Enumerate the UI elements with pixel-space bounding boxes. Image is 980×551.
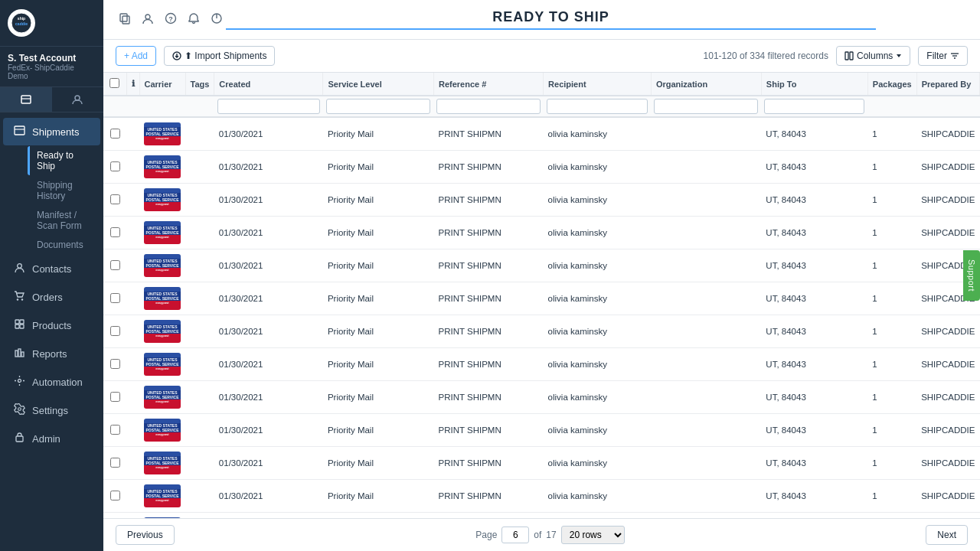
- page-title: READY TO SHIP: [226, 9, 876, 31]
- col-ship-to[interactable]: Ship To: [761, 73, 867, 96]
- bell-icon[interactable]: [185, 9, 203, 31]
- row-select-checkbox[interactable]: [110, 227, 120, 237]
- filter-button[interactable]: Filter: [918, 46, 968, 66]
- row-checkbox: [103, 414, 126, 447]
- previous-button[interactable]: Previous: [116, 525, 175, 545]
- total-pages: 17: [546, 530, 556, 540]
- row-select-checkbox[interactable]: [110, 161, 120, 171]
- sidebar-item-products[interactable]: Products: [3, 311, 100, 339]
- col-tags[interactable]: Tags: [185, 73, 214, 96]
- row-packages: 1: [867, 381, 916, 414]
- col-created[interactable]: Created: [214, 73, 323, 96]
- col-checkbox: [103, 73, 126, 96]
- row-prepared-by: SHIPCADDIE: [916, 151, 979, 184]
- row-select-checkbox[interactable]: [110, 293, 120, 303]
- sidebar-item-ready-to-ship[interactable]: Ready to Ship: [28, 146, 100, 175]
- row-reference: PRINT SHIPMN: [433, 249, 543, 282]
- sidebar-item-documents[interactable]: Documents: [28, 236, 100, 254]
- row-checkbox: [103, 249, 126, 282]
- power-icon[interactable]: [207, 9, 226, 31]
- col-reference[interactable]: Reference #: [433, 73, 543, 96]
- table-row: UNITED STATES POSTAL SERVICE easypost 01…: [103, 414, 980, 447]
- row-ship-to: UT, 84043: [761, 414, 867, 447]
- row-packages: 1: [867, 414, 916, 447]
- row-select-checkbox[interactable]: [110, 392, 120, 402]
- filter-service[interactable]: [326, 99, 431, 114]
- chevron-down-icon: [896, 53, 902, 59]
- filter-ship-to[interactable]: [764, 99, 864, 114]
- sidebar-item-reports[interactable]: Reports: [3, 340, 100, 367]
- support-tab[interactable]: Support: [963, 250, 980, 301]
- svg-rect-20: [16, 436, 23, 442]
- sidebar-item-orders[interactable]: Orders: [3, 283, 100, 311]
- row-select-checkbox[interactable]: [110, 359, 120, 369]
- filter-recipient[interactable]: [547, 99, 648, 114]
- row-ship-to: UT, 84043: [761, 184, 867, 217]
- row-recipient: olivia kaminsky: [544, 414, 652, 447]
- col-packages[interactable]: Packages: [867, 73, 916, 96]
- row-organization: [651, 315, 761, 348]
- filter-reference[interactable]: [436, 99, 540, 114]
- row-reference: PRINT SHIPMN: [433, 282, 543, 315]
- col-organization[interactable]: Organization: [651, 73, 761, 96]
- svg-rect-13: [15, 324, 19, 328]
- row-reference: PRINT SHIPMN: [433, 480, 543, 513]
- row-select-checkbox[interactable]: [110, 129, 120, 139]
- row-checkbox: [103, 217, 126, 249]
- row-info: [126, 315, 139, 348]
- row-service: Priority Mail: [323, 315, 434, 348]
- row-tags: [185, 381, 214, 414]
- automation-label: Automation: [32, 377, 83, 388]
- col-carrier[interactable]: Carrier: [139, 73, 185, 96]
- sidebar-item-manifest[interactable]: Manifest / Scan Form: [28, 206, 100, 235]
- row-ship-to: UT, 84043: [761, 249, 867, 282]
- row-service: Priority Mail: [323, 151, 434, 184]
- sidebar-tab-shipments[interactable]: [0, 87, 52, 112]
- select-all-checkbox[interactable]: [109, 78, 119, 88]
- row-recipient: olivia kaminsky: [544, 480, 652, 513]
- sidebar-tab-user[interactable]: [52, 87, 104, 112]
- row-select-checkbox[interactable]: [110, 458, 120, 468]
- next-button[interactable]: Next: [926, 525, 968, 545]
- row-select-checkbox[interactable]: [110, 260, 120, 270]
- sidebar-item-shipments[interactable]: Shipments: [3, 118, 100, 145]
- import-shipments-button[interactable]: ⬆ Import Shipments: [164, 46, 275, 66]
- sidebar-item-shipping-history[interactable]: Shipping History: [28, 176, 100, 205]
- col-prepared-by[interactable]: Prepared By: [916, 73, 979, 96]
- user-header-icon[interactable]: [139, 9, 157, 31]
- row-select-checkbox[interactable]: [110, 425, 120, 435]
- table-filter-row: [103, 96, 980, 117]
- row-organization: [651, 414, 761, 447]
- add-button[interactable]: + Add: [116, 46, 156, 66]
- col-service[interactable]: Service Level: [323, 73, 434, 96]
- svg-rect-3: [21, 96, 31, 103]
- row-tags: [185, 282, 214, 315]
- row-carrier: UNITED STATES POSTAL SERVICE easypost: [139, 480, 185, 513]
- sidebar-item-automation[interactable]: Automation: [3, 368, 100, 396]
- import-icon: [172, 51, 181, 60]
- toolbar-left: + Add ⬆ Import Shipments: [116, 46, 275, 66]
- filter-created[interactable]: [217, 99, 320, 114]
- row-packages: 1: [867, 348, 916, 381]
- sidebar-item-contacts[interactable]: Contacts: [3, 255, 100, 282]
- row-organization: [651, 151, 761, 184]
- app-logo: ship caddie: [8, 9, 35, 37]
- row-select-checkbox[interactable]: [110, 326, 120, 336]
- col-recipient[interactable]: Recipient: [544, 73, 652, 96]
- page-input[interactable]: [501, 527, 529, 543]
- help-icon[interactable]: ?: [162, 9, 180, 31]
- svg-rect-12: [20, 320, 24, 324]
- row-created: 01/30/2021: [214, 414, 323, 447]
- svg-point-23: [145, 15, 150, 19]
- rows-select[interactable]: 20 rows 50 rows 100 rows: [561, 526, 625, 544]
- sidebar-item-settings[interactable]: Settings: [3, 396, 100, 424]
- filter-organization[interactable]: [654, 99, 758, 114]
- row-service: Priority Mail: [323, 381, 434, 414]
- row-packages: 1: [867, 513, 916, 519]
- sidebar-item-admin[interactable]: Admin: [3, 425, 100, 452]
- row-select-checkbox[interactable]: [110, 491, 120, 500]
- columns-button[interactable]: Columns: [836, 46, 910, 66]
- copy-icon[interactable]: [116, 9, 134, 31]
- contacts-icon: [12, 262, 26, 276]
- row-select-checkbox[interactable]: [110, 194, 120, 204]
